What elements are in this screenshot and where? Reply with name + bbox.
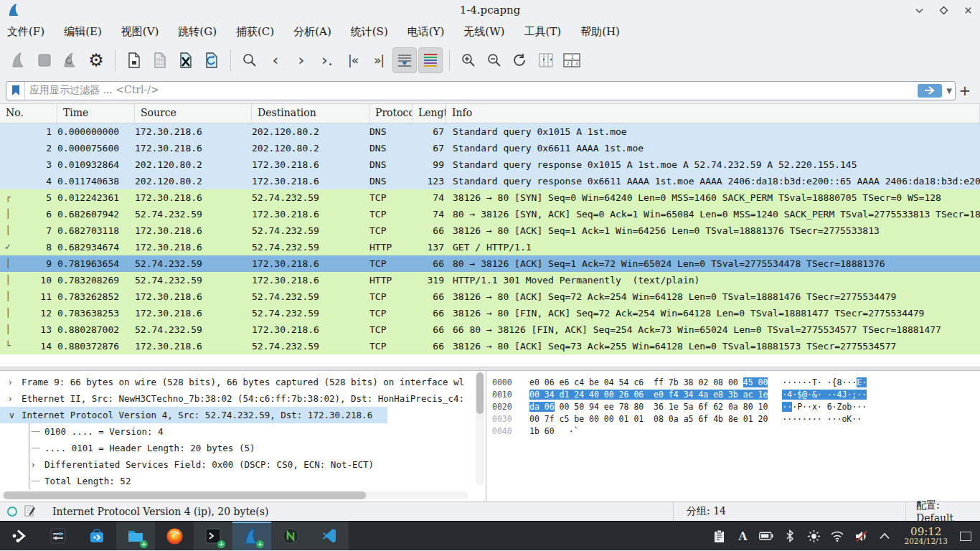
system-settings-icon[interactable] xyxy=(39,522,77,550)
hex-row[interactable]: 0040 1b 60 ·` xyxy=(492,425,980,438)
packet-row[interactable]: │10 0.783208269 52.74.232.59 172.30.218.… xyxy=(0,272,980,288)
detail-line[interactable]: › Frame 9: 66 bytes on wire (528 bits), … xyxy=(0,374,486,390)
packet-row[interactable]: 1 0.000000000 172.30.218.6 202.120.80.2 … xyxy=(0,123,980,140)
menu-item[interactable]: 编辑(E) xyxy=(64,25,102,39)
app-launcher-icon[interactable] xyxy=(0,522,39,550)
menu-item[interactable]: 跳转(G) xyxy=(178,25,217,39)
hex-row[interactable]: 0030 00 7f c5 be 00 00 01 01 08 0a a5 6f… xyxy=(492,413,980,425)
packet-row[interactable]: │9 0.781963654 52.74.232.59 172.30.218.6… xyxy=(0,255,980,272)
battery-icon[interactable] xyxy=(759,529,773,543)
packet-row[interactable]: │6 0.682607942 52.74.232.59 172.30.218.6… xyxy=(0,206,980,222)
maximize-icon[interactable] xyxy=(938,5,948,15)
layout-presets-icon[interactable]: 123 xyxy=(560,47,584,73)
detail-line[interactable]: .... 0101 = Header Length: 20 bytes (5) xyxy=(0,440,486,456)
menu-item[interactable]: 工具(T) xyxy=(524,25,561,39)
menu-item[interactable]: 捕获(C) xyxy=(236,25,274,39)
zoom-in-icon[interactable] xyxy=(456,47,481,73)
expert-info-icon[interactable] xyxy=(7,507,17,517)
detail-line[interactable]: › Differentiated Services Field: 0x00 (D… xyxy=(0,456,486,473)
chevron-up-icon[interactable] xyxy=(877,529,892,543)
go-last-icon[interactable]: »| xyxy=(367,47,391,73)
menu-item[interactable]: 视图(V) xyxy=(121,25,159,39)
add-filter-button[interactable]: + xyxy=(956,82,974,99)
filter-bookmark-icon[interactable] xyxy=(6,82,25,100)
capture-comment-icon[interactable] xyxy=(24,505,35,519)
packet-row[interactable]: │7 0.682703118 172.30.218.6 52.74.232.59… xyxy=(0,222,980,239)
expander-icon[interactable]: ∨ xyxy=(9,410,22,420)
find-packet-icon[interactable] xyxy=(237,47,262,73)
column-header-source[interactable]: Source xyxy=(135,104,252,123)
capture-options-icon[interactable]: ⚙ xyxy=(84,47,108,73)
input-method-icon[interactable]: A xyxy=(735,529,750,543)
expander-icon[interactable]: › xyxy=(32,460,44,470)
packet-row[interactable]: │13 0.880287002 52.74.232.59 172.30.218.… xyxy=(0,321,980,338)
capture-stop-icon[interactable] xyxy=(32,47,57,73)
clock[interactable]: 09:12 2024/12/13 xyxy=(904,526,948,546)
status-profile[interactable]: 配置: Default xyxy=(905,502,980,521)
column-header-protocol[interactable]: Protocol xyxy=(369,104,413,123)
capture-start-icon[interactable] xyxy=(6,47,31,73)
apply-filter-icon[interactable] xyxy=(918,84,942,98)
go-to-packet-icon[interactable]: ›. xyxy=(315,47,339,73)
zoom-out-icon[interactable] xyxy=(482,47,507,73)
neovim-icon[interactable] xyxy=(271,522,310,550)
packet-row[interactable]: 4 0.011740638 202.120.80.2 172.30.218.6 … xyxy=(0,173,980,189)
reload-file-icon[interactable] xyxy=(199,47,224,73)
open-file-icon[interactable] xyxy=(122,47,146,73)
wireshark-icon[interactable]: + xyxy=(232,522,271,550)
menu-item[interactable]: 无线(W) xyxy=(463,25,504,39)
column-header-no[interactable]: No. xyxy=(0,104,57,123)
brightness-icon[interactable] xyxy=(806,529,821,543)
go-first-icon[interactable]: |« xyxy=(341,47,365,73)
auto-scroll-icon[interactable] xyxy=(392,47,417,73)
packet-row[interactable]: ┌5 0.012242361 172.30.218.6 52.74.232.59… xyxy=(0,189,980,206)
go-back-icon[interactable]: ‹ xyxy=(263,47,288,73)
zoom-reset-icon[interactable] xyxy=(508,47,532,73)
menu-item[interactable]: 帮助(H) xyxy=(580,25,620,39)
scrollbar-thumb[interactable] xyxy=(4,491,366,499)
menu-item[interactable]: 统计(S) xyxy=(351,25,388,39)
clipboard-icon[interactable] xyxy=(712,529,726,543)
save-file-icon[interactable]: 01010110 xyxy=(148,47,172,73)
hex-row[interactable]: 0020 da 06 00 50 94 ee 78 80 36 1e 5a 6f… xyxy=(492,401,980,413)
expander-icon[interactable]: › xyxy=(9,377,22,387)
packet-row[interactable]: ✓8 0.682934674 172.30.218.6 52.74.232.59… xyxy=(0,239,980,255)
minimize-icon[interactable] xyxy=(914,5,924,15)
scrollbar-thumb[interactable] xyxy=(476,372,484,414)
resize-columns-icon[interactable] xyxy=(534,47,558,73)
packet-row[interactable]: └14 0.880372876 172.30.218.6 52.74.232.5… xyxy=(0,338,980,354)
hex-row[interactable]: 0000 e0 06 e6 c4 be 04 54 c6 ff 7b 38 02… xyxy=(492,377,980,389)
menu-item[interactable]: 文件(F) xyxy=(7,25,44,39)
filter-dropdown-caret-icon[interactable]: ▼ xyxy=(943,87,955,95)
detail-vertical-scrollbar[interactable] xyxy=(476,372,484,486)
discover-icon[interactable] xyxy=(77,522,116,550)
column-header-length[interactable]: Length xyxy=(413,104,446,123)
close-file-icon[interactable] xyxy=(174,47,198,73)
detail-horizontal-scrollbar[interactable] xyxy=(1,491,468,499)
file-manager-icon[interactable]: + xyxy=(116,522,155,550)
bluetooth-icon[interactable] xyxy=(783,529,797,543)
packet-row[interactable]: │12 0.783638253 172.30.218.6 52.74.232.5… xyxy=(0,305,980,321)
hex-row[interactable]: 0010 00 34 d1 24 40 00 26 06 e0 f4 34 4a… xyxy=(492,389,980,401)
expander-icon[interactable]: › xyxy=(9,394,22,404)
konsole-icon[interactable]: + xyxy=(194,522,232,550)
menu-item[interactable]: 电话(Y) xyxy=(407,25,445,39)
column-header-info[interactable]: Info xyxy=(446,104,980,123)
close-icon[interactable] xyxy=(963,5,973,15)
detail-line[interactable]: Total Length: 52 xyxy=(0,473,486,489)
capture-restart-icon[interactable] xyxy=(58,47,83,73)
volume-muted-icon[interactable] xyxy=(854,529,868,543)
column-header-destination[interactable]: Destination xyxy=(252,104,369,123)
column-header-time[interactable]: Time xyxy=(57,104,135,123)
detail-line[interactable]: › Ethernet II, Src: NewH3CTechno_7b:38:0… xyxy=(0,390,486,407)
show-desktop-icon[interactable] xyxy=(960,532,971,541)
packet-row[interactable]: │11 0.783262852 172.30.218.6 52.74.232.5… xyxy=(0,288,980,305)
detail-line[interactable]: 0100 .... = Version: 4 xyxy=(0,423,486,440)
display-filter-input[interactable]: 应用显示过滤器 ... <Ctrl-/> ▼ xyxy=(6,81,956,100)
go-forward-icon[interactable]: › xyxy=(289,47,314,73)
firefox-icon[interactable] xyxy=(155,522,194,550)
menu-item[interactable]: 分析(A) xyxy=(293,25,331,39)
vscode-icon[interactable] xyxy=(310,522,349,550)
colorize-icon[interactable] xyxy=(418,47,443,73)
detail-line[interactable]: ∨ Internet Protocol Version 4, Src: 52.7… xyxy=(0,407,387,423)
